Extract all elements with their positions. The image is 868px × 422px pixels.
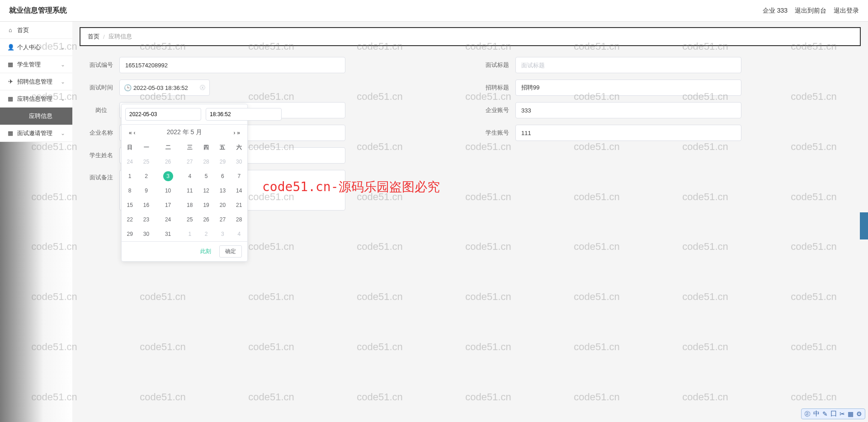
student-name-label: 学生姓名 bbox=[83, 151, 119, 159]
dp-day[interactable]: 25 bbox=[138, 155, 154, 169]
sidebar-item[interactable]: ✈招聘信息管理⌄ bbox=[0, 73, 72, 90]
sidebar-item[interactable]: 应聘信息 bbox=[0, 108, 72, 125]
dp-day[interactable]: 8 bbox=[122, 183, 138, 198]
dp-day[interactable]: 23 bbox=[138, 212, 154, 227]
dp-day[interactable]: 4 bbox=[231, 227, 247, 241]
dp-day[interactable]: 16 bbox=[138, 198, 154, 212]
position-label: 岗位 bbox=[83, 106, 119, 114]
company-name-label: 企业名称 bbox=[83, 129, 119, 137]
sidebar-item-label: 首页 bbox=[17, 26, 29, 34]
dp-day[interactable]: 3 bbox=[214, 227, 231, 241]
ime-icon[interactable]: ✎ bbox=[822, 410, 828, 417]
dp-day[interactable]: 18 bbox=[182, 198, 198, 212]
sidebar-item-label: 面试邀请管理 bbox=[17, 129, 52, 137]
user-label[interactable]: 企业 333 bbox=[763, 7, 788, 15]
dp-day[interactable]: 1 bbox=[122, 169, 138, 183]
clock-icon: 🕒 bbox=[124, 84, 132, 91]
dp-day[interactable]: 30 bbox=[231, 155, 247, 169]
interview-id-input[interactable] bbox=[119, 57, 345, 73]
dp-day[interactable]: 4 bbox=[182, 169, 198, 183]
sidebar-item[interactable]: ▦面试邀请管理⌄ bbox=[0, 125, 72, 142]
dp-day[interactable]: 6 bbox=[214, 169, 231, 183]
dp-day[interactable]: 29 bbox=[122, 227, 138, 241]
dp-day[interactable]: 27 bbox=[182, 155, 198, 169]
dp-time-input[interactable] bbox=[206, 108, 282, 121]
dp-day[interactable]: 19 bbox=[198, 198, 214, 212]
ime-icon[interactable]: ▦ bbox=[848, 410, 854, 417]
header: 就业信息管理系统 企业 333 退出到前台 退出登录 bbox=[0, 0, 868, 22]
dp-day[interactable]: 2 bbox=[138, 169, 154, 183]
logout-link[interactable]: 退出登录 bbox=[834, 7, 859, 15]
dp-day[interactable]: 28 bbox=[231, 212, 247, 227]
app-title: 就业信息管理系统 bbox=[9, 6, 67, 15]
dp-day[interactable]: 24 bbox=[122, 155, 138, 169]
dp-day[interactable]: 2 bbox=[198, 227, 214, 241]
sidebar-item[interactable]: ⌂首页 bbox=[0, 22, 72, 39]
breadcrumb: 首页 / 应聘信息 bbox=[80, 27, 861, 46]
dp-day[interactable]: 7 bbox=[231, 169, 247, 183]
sidebar-item-label: 学生管理 bbox=[17, 61, 41, 69]
dp-day[interactable]: 27 bbox=[214, 212, 231, 227]
breadcrumb-home[interactable]: 首页 bbox=[88, 33, 99, 41]
company-account-input[interactable] bbox=[515, 102, 741, 118]
dp-next-month-icon[interactable]: › bbox=[233, 130, 235, 136]
ime-icon[interactable]: 囗 bbox=[830, 410, 837, 418]
interview-time-input[interactable] bbox=[119, 80, 210, 96]
dp-day[interactable]: 25 bbox=[182, 212, 198, 227]
dp-day[interactable]: 22 bbox=[122, 212, 138, 227]
dp-day[interactable]: 26 bbox=[155, 155, 182, 169]
logout-front-link[interactable]: 退出到前台 bbox=[795, 7, 826, 15]
student-account-input[interactable] bbox=[515, 125, 741, 141]
dp-date-input[interactable] bbox=[125, 108, 201, 121]
sidebar-item[interactable]: ▦学生管理⌄ bbox=[0, 56, 72, 73]
dp-day[interactable]: 1 bbox=[182, 227, 198, 241]
dp-day[interactable]: 26 bbox=[198, 212, 214, 227]
interview-title-input[interactable] bbox=[515, 57, 741, 73]
dp-day[interactable]: 14 bbox=[231, 183, 247, 198]
dp-day[interactable]: 5 bbox=[198, 169, 214, 183]
dp-day[interactable]: 29 bbox=[214, 155, 231, 169]
dp-prev-year-icon[interactable]: « bbox=[129, 130, 132, 136]
ime-icon[interactable]: 中 bbox=[813, 410, 820, 418]
dp-day[interactable]: 28 bbox=[198, 155, 214, 169]
dp-day[interactable]: 17 bbox=[155, 198, 182, 212]
recruit-title-input[interactable] bbox=[515, 80, 741, 96]
ime-icon[interactable]: ✂ bbox=[840, 410, 845, 417]
dp-prev-month-icon[interactable]: ‹ bbox=[134, 130, 136, 136]
breadcrumb-sep: / bbox=[103, 33, 105, 40]
ime-icon[interactable]: ⚙ bbox=[856, 410, 862, 417]
dp-title: 2022 年 5 月 bbox=[167, 128, 203, 136]
sidebar-item[interactable]: ▦应聘信息管理⌄ bbox=[0, 90, 72, 108]
dp-day[interactable]: 20 bbox=[214, 198, 231, 212]
dp-day[interactable]: 13 bbox=[214, 183, 231, 198]
company-account-label: 企业账号 bbox=[479, 106, 515, 114]
dp-day[interactable]: 21 bbox=[231, 198, 247, 212]
dp-next-year-icon[interactable]: » bbox=[237, 130, 240, 136]
interview-note-label: 面试备注 bbox=[83, 170, 119, 182]
dp-day[interactable]: 12 bbox=[198, 183, 214, 198]
dp-day[interactable]: 15 bbox=[122, 198, 138, 212]
right-edge-tab[interactable] bbox=[860, 212, 868, 239]
dp-day[interactable]: 11 bbox=[182, 183, 198, 198]
sidebar-item[interactable]: 👤个人中心⌄ bbox=[0, 39, 72, 56]
ime-bar[interactable]: ㊣中✎囗✂▦⚙ bbox=[801, 408, 865, 419]
dp-day[interactable]: 30 bbox=[138, 227, 154, 241]
dp-day[interactable]: 9 bbox=[138, 183, 154, 198]
chevron-down-icon: ⌄ bbox=[61, 130, 65, 136]
datepicker-popup: « ‹ 2022 年 5 月 › » 日一二三四五六 2425262728293… bbox=[121, 104, 248, 262]
dp-ok-button[interactable]: 确定 bbox=[219, 245, 242, 258]
dp-day[interactable]: 3 bbox=[155, 169, 182, 183]
sidebar: ⌂首页👤个人中心⌄▦学生管理⌄✈招聘信息管理⌄▦应聘信息管理⌄应聘信息▦面试邀请… bbox=[0, 22, 72, 422]
sidebar-item-label: 个人中心 bbox=[17, 43, 41, 52]
clear-icon[interactable]: ⓧ bbox=[200, 84, 205, 92]
dp-day[interactable]: 24 bbox=[155, 212, 182, 227]
dp-day[interactable]: 10 bbox=[155, 183, 182, 198]
dp-body: 2425262728293012345678910111213141516171… bbox=[122, 155, 247, 241]
dp-weekday-row: 日一二三四五六 bbox=[122, 140, 247, 155]
dp-now-button[interactable]: 此刻 bbox=[197, 245, 215, 258]
ime-icon[interactable]: ㊣ bbox=[804, 410, 811, 418]
breadcrumb-current: 应聘信息 bbox=[108, 33, 132, 41]
chevron-down-icon: ⌄ bbox=[61, 79, 65, 85]
dp-day[interactable]: 31 bbox=[155, 227, 182, 241]
chevron-down-icon: ⌄ bbox=[61, 96, 65, 102]
